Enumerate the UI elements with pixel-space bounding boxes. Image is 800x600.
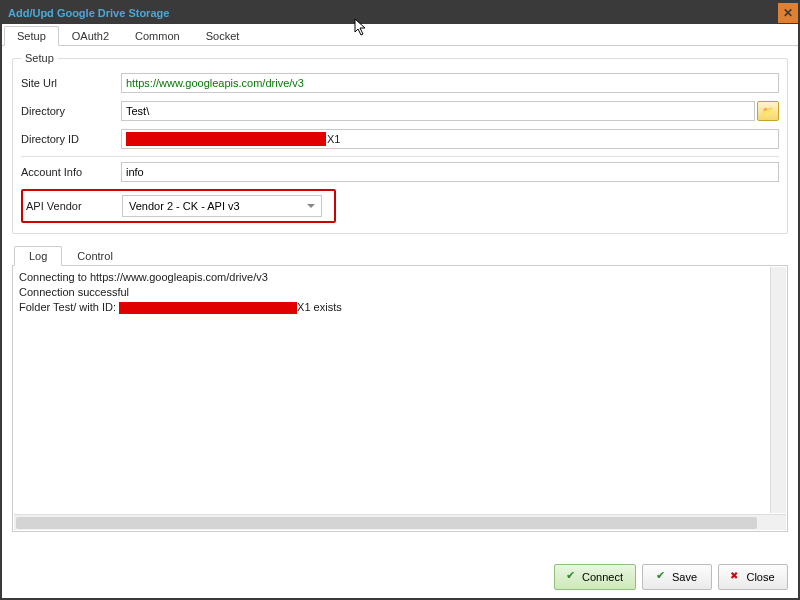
main-tabbar: Setup OAuth2 Common Socket xyxy=(2,24,798,46)
folder-icon: 📁 xyxy=(762,106,774,117)
close-icon xyxy=(731,572,741,582)
save-button[interactable]: Save xyxy=(642,564,712,590)
log-text: Folder Test/ with ID: xyxy=(19,301,119,313)
log-line: Connecting to https://www.googleapis.com… xyxy=(19,270,781,285)
directory-id-suffix: X1 xyxy=(327,133,340,145)
subtab-control[interactable]: Control xyxy=(62,246,127,265)
tab-socket[interactable]: Socket xyxy=(193,26,253,45)
browse-folder-button[interactable]: 📁 xyxy=(757,101,779,121)
window-title: Add/Upd Google Drive Storage xyxy=(8,7,169,19)
check-icon xyxy=(567,572,577,582)
connect-label: Connect xyxy=(582,571,623,583)
close-label: Close xyxy=(746,571,774,583)
api-vendor-label: API Vendor xyxy=(26,200,122,212)
close-button[interactable]: Close xyxy=(718,564,788,590)
vertical-scrollbar[interactable] xyxy=(770,267,786,513)
horizontal-scrollbar[interactable] xyxy=(14,514,786,530)
directory-id-input[interactable]: X1 xyxy=(121,129,779,149)
log-line: Connection successful xyxy=(19,285,781,300)
directory-label: Directory xyxy=(21,105,121,117)
tab-oauth2[interactable]: OAuth2 xyxy=(59,26,122,45)
account-info-label: Account Info xyxy=(21,166,121,178)
api-vendor-value: Vendor 2 - CK - API v3 xyxy=(129,200,240,212)
titlebar: Add/Upd Google Drive Storage ✕ xyxy=(2,2,798,24)
chevron-down-icon xyxy=(307,204,315,208)
tab-setup[interactable]: Setup xyxy=(4,26,59,46)
redacted-block xyxy=(119,302,297,314)
api-vendor-select[interactable]: Vendor 2 - CK - API v3 xyxy=(122,195,322,217)
log-line: Folder Test/ with ID: X1 exists xyxy=(19,300,781,315)
check-icon xyxy=(657,572,667,582)
window-close-button[interactable]: ✕ xyxy=(778,3,798,23)
site-url-input[interactable] xyxy=(121,73,779,93)
button-row: Connect Save Close xyxy=(554,564,788,590)
scroll-thumb[interactable] xyxy=(16,517,757,529)
log-text: X1 exists xyxy=(297,301,342,313)
account-info-input[interactable] xyxy=(121,162,779,182)
directory-id-label: Directory ID xyxy=(21,133,121,145)
sub-tabbar: Log Control xyxy=(12,244,788,266)
save-label: Save xyxy=(672,571,697,583)
divider xyxy=(21,156,779,157)
site-url-label: Site Url xyxy=(21,77,121,89)
connect-button[interactable]: Connect xyxy=(554,564,636,590)
redacted-block xyxy=(126,132,326,146)
subtab-log[interactable]: Log xyxy=(14,246,62,266)
api-vendor-row: API Vendor Vendor 2 - CK - API v3 xyxy=(21,189,336,223)
tab-common[interactable]: Common xyxy=(122,26,193,45)
close-icon: ✕ xyxy=(783,6,793,20)
setup-legend: Setup xyxy=(21,52,58,64)
content-area: Setup Site Url Directory 📁 Directory ID … xyxy=(2,46,798,532)
setup-fieldset: Setup Site Url Directory 📁 Directory ID … xyxy=(12,52,788,234)
log-area: Connecting to https://www.googleapis.com… xyxy=(12,266,788,532)
directory-input[interactable] xyxy=(121,101,755,121)
